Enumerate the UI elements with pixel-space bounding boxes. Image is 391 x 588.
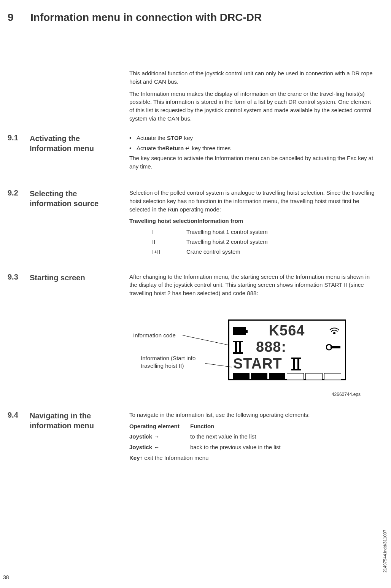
stop-key: STOP	[167, 135, 183, 141]
sec-num: 9.4	[8, 411, 23, 420]
wrench-icon	[326, 343, 341, 352]
arrow-right-icon: →	[154, 433, 159, 440]
intro-p2: The Information menu makes the display o…	[129, 90, 376, 123]
th-function: Function	[190, 422, 376, 431]
leader-line	[183, 335, 228, 353]
op-func: back to the previous value in the list	[190, 443, 376, 451]
text: Actuate the	[137, 135, 167, 141]
figure-caption: 42660744.eps	[332, 392, 361, 397]
section-9-3: 9.3 Starting screen After changing to th…	[8, 273, 376, 300]
lcd-line3: START	[233, 356, 282, 372]
lcd-softkeys	[233, 373, 341, 380]
svg-rect-2	[331, 346, 340, 348]
intro-p1: This additional function of the joystick…	[129, 69, 376, 86]
paragraph: The key sequence to activate the Informa…	[129, 154, 376, 171]
table-header: Travelling hoist selectionInformation fr…	[129, 217, 376, 225]
return-key: Return	[165, 145, 184, 151]
op-func: exit the Information menu	[144, 455, 208, 461]
sec-num: 9.2	[8, 189, 23, 197]
sec-num: 9.3	[8, 273, 23, 281]
list-item: Actuate the STOP key	[129, 133, 376, 142]
col-info: Travelling hoist 1 control system	[186, 228, 376, 236]
roman-2-icon	[233, 341, 243, 354]
callout-info-start: Information (Start info travelling hoist…	[141, 354, 205, 370]
heading-title: Information menu in connection with DRC-…	[30, 11, 262, 24]
paragraph: To navigate in the information list, use…	[129, 411, 376, 419]
section-9-1: 9.1 Activating the Information menu Actu…	[8, 133, 376, 174]
th-operating: Operating element	[129, 422, 190, 431]
col-info: Crane control system	[186, 248, 376, 256]
arrow-left-icon: ←	[154, 444, 159, 450]
sec-title: Navigating in the information menu	[30, 411, 117, 431]
paragraph: After changing to the Information menu, …	[129, 273, 376, 297]
col-selection: I	[152, 228, 186, 236]
op-name: Key	[129, 455, 140, 461]
page-number: 38	[3, 574, 9, 580]
lcd-line1: K564	[269, 323, 305, 339]
signal-icon	[327, 326, 341, 335]
col-info: Travelling hoist 2 control system	[186, 238, 376, 246]
sec-title: Selecting the information source	[30, 189, 117, 208]
list-item: Actuate theReturn ↵ key three times	[129, 144, 376, 153]
starting-screen-figure: Information code Information (Start info…	[129, 319, 376, 407]
sec-title: Activating the Information menu	[30, 133, 117, 153]
operating-table: Operating element Function Joystick → to…	[129, 422, 376, 462]
table-row: I+II Crane control system	[152, 248, 376, 256]
sec-title: Starting screen	[30, 273, 117, 283]
arrow-up-icon: ↑	[140, 455, 143, 461]
table-row: Joystick ← back to the previous value in…	[129, 443, 376, 451]
section-9-2: 9.2 Selecting the information source Sel…	[8, 189, 376, 257]
text: key	[183, 135, 193, 141]
battery-icon	[233, 327, 246, 335]
op-name: Joystick	[129, 444, 152, 450]
lcd-line2: 888:	[256, 339, 286, 355]
selection-table: I Travelling hoist 1 control system II T…	[152, 228, 376, 256]
op-func: to the next value in the list	[190, 432, 376, 441]
sec-num: 9.1	[8, 133, 23, 142]
col-selection: I+II	[152, 248, 186, 256]
th1: Travelling hoist selection	[129, 218, 197, 224]
main-heading: 9 Information menu in connection with DR…	[8, 11, 376, 24]
svg-point-0	[334, 332, 335, 334]
op-name: Joystick	[129, 433, 152, 440]
th2: Information from	[197, 218, 243, 224]
table-row: I Travelling hoist 1 control system	[152, 228, 376, 236]
text: ↵ key three times	[184, 145, 230, 151]
paragraph: Selection of the polled control system i…	[129, 189, 376, 213]
intro-text: This additional function of the joystick…	[129, 69, 376, 123]
heading-number: 9	[8, 11, 21, 24]
text: Actuate the	[137, 145, 165, 151]
table-row: Joystick → to the next value in the list	[129, 432, 376, 441]
col-selection: II	[152, 238, 186, 246]
document-id: 21497544.indd/311007	[383, 530, 387, 573]
table-row: Key↑ exit the Information menu	[129, 454, 376, 462]
callout-info-code: Information code	[133, 332, 176, 339]
lcd-display: K564 888: START	[228, 319, 346, 380]
section-9-4: 9.4 Navigating in the information menu T…	[8, 411, 376, 464]
roman-2-icon	[291, 358, 301, 370]
table-row: II Travelling hoist 2 control system	[152, 238, 376, 246]
